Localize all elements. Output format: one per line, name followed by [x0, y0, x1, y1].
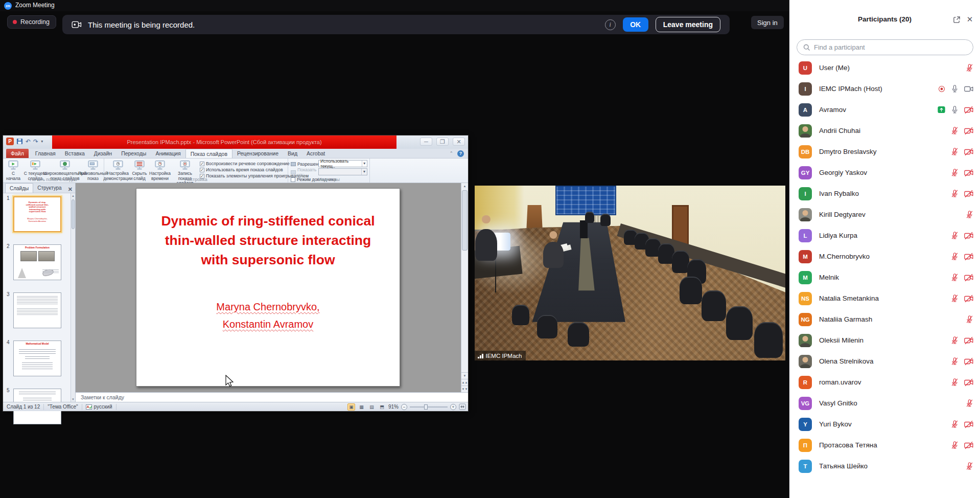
slideshow-view-button[interactable]: ⬒ — [378, 403, 386, 411]
panel-close-icon[interactable]: ✕ — [965, 14, 975, 25]
ppt-tab-5[interactable]: Анимация — [151, 149, 185, 158]
slide-thumbnail-1[interactable]: Dynamic of ring-stiffened conical thin-w… — [13, 196, 61, 232]
ribbon-collapse-icon[interactable]: ⌃ — [449, 151, 453, 156]
participant-row[interactable]: UUser (Me) — [789, 57, 980, 78]
participant-name: Татьяна Шейко — [819, 462, 965, 470]
fit-to-window-icon[interactable] — [459, 403, 466, 410]
participant-row[interactable]: Olena Strelnikova — [789, 351, 980, 372]
ppt-tab-6[interactable]: Показ слайдов — [185, 149, 232, 158]
ppt-ribbon: С началаС текущего слайдаШироковещательн… — [3, 159, 468, 183]
reading-view-button[interactable]: ▤ — [368, 403, 376, 411]
search-input[interactable] — [814, 43, 967, 51]
participant-row[interactable]: ТТатьяна Шейко — [789, 456, 980, 477]
ppt-tab-2[interactable]: Вставка — [60, 149, 89, 158]
ribbon-button-произвольный-показ[interactable]: Произвольный показ — [82, 160, 104, 176]
ppt-tab-4[interactable]: Переходы — [116, 149, 151, 158]
participant-row[interactable]: MMelnik — [789, 267, 980, 288]
slide-scrollbar[interactable]: ▲ ▼ ▲▲ ▼▼ — [461, 183, 468, 392]
slide-thumbnail-2[interactable]: Problem Formulation — [13, 244, 61, 280]
ppt-tab-8[interactable]: Вид — [283, 149, 302, 158]
pane-close-icon[interactable]: ✕ — [68, 186, 73, 193]
slide-title: Dynamic of ring-stiffened conical thin-w… — [136, 211, 400, 269]
next-slide-button[interactable]: ▼▼ — [461, 386, 468, 392]
participant-row[interactable]: NSNatalia Smetankina — [789, 288, 980, 309]
participant-row[interactable]: Kirill Degtyarev — [789, 204, 980, 225]
avatar: L — [799, 229, 812, 242]
search-participant-box[interactable] — [797, 39, 973, 55]
ppt-minimize-button[interactable]: ─ — [420, 138, 432, 146]
previous-slide-button[interactable]: ▲▲ — [461, 379, 468, 386]
notes-placeholder: Заметки к слайду — [76, 394, 124, 400]
participant-row[interactable]: Andrii Chuhai — [789, 120, 980, 141]
scroll-down-icon[interactable]: ▼ — [71, 397, 75, 402]
room-chair — [568, 322, 589, 347]
mic-muted-icon — [950, 336, 959, 345]
ribbon-button-icon — [179, 160, 191, 171]
ppt-notes-pane[interactable]: Заметки к слайду — [76, 392, 468, 402]
participant-row[interactable]: IIEMC IPMach (Host) — [789, 78, 980, 99]
popout-icon[interactable] — [951, 14, 962, 25]
undo-icon[interactable]: ↶ — [26, 139, 31, 145]
zoom-out-button[interactable]: − — [401, 404, 407, 410]
ppt-tab-7[interactable]: Рецензирование — [232, 149, 283, 158]
ribbon-button-скрыть-слайд[interactable]: Скрыть слайд — [131, 160, 148, 176]
leave-meeting-button[interactable]: Leave meeting — [656, 17, 720, 32]
participant-row[interactable]: Rroman.uvarov — [789, 372, 980, 393]
scroll-up-icon[interactable]: ▲ — [461, 183, 468, 190]
save-icon[interactable] — [16, 138, 23, 145]
show-on-dropdown[interactable]: ▼ — [318, 168, 367, 175]
room-chair — [585, 212, 594, 223]
ppt-titlebar: P ↶ ↷ ▾ Presentation IPMach.pptx - Micro… — [3, 135, 468, 149]
scroll-up-icon[interactable]: ▲ — [71, 193, 75, 198]
participant-row[interactable]: IIvan Rybalko — [789, 183, 980, 204]
participant-row[interactable]: ППротасова Тетяна — [789, 435, 980, 456]
slide-thumbnail-3[interactable] — [13, 292, 61, 328]
ppt-tab-file[interactable]: Файл — [6, 149, 29, 158]
participant-row[interactable]: MM.Chernobryvko — [789, 246, 980, 267]
recording-indicator[interactable]: Recording — [7, 15, 56, 29]
checkbox-checked-icon[interactable]: ✓ — [200, 168, 204, 172]
qat-dropdown-icon[interactable]: ▾ — [41, 140, 43, 144]
participant-row[interactable]: LLidiya Kurpa — [789, 225, 980, 246]
participant-row[interactable]: YYuri Bykov — [789, 414, 980, 435]
participant-row[interactable]: NGNataliia Garmash — [789, 309, 980, 330]
resolution-dropdown[interactable]: Использовать текущ..▼ — [318, 160, 367, 167]
ppt-tab-9[interactable]: Acrobat — [302, 149, 330, 158]
ribbon-button-настройка-демонстрации[interactable]: Настройка демонстрации — [105, 160, 131, 176]
ribbon-button-настройка-времени[interactable]: Настройка времени — [148, 160, 172, 176]
sign-in-button[interactable]: Sign in — [751, 16, 784, 29]
zoom-in-button[interactable]: + — [450, 404, 456, 410]
participant-row[interactable]: AAvramov — [789, 99, 980, 120]
ribbon-button-запись-показа-слайдов[interactable]: Запись показа слайдов — [172, 160, 198, 176]
ribbon-button-широковещательный-показ-слайдов[interactable]: Широковещательный показ слайдов — [48, 160, 82, 176]
ribbon-group2-buttons: Настройка демонстрацииСкрыть слайдНастро… — [105, 160, 309, 176]
zoom-meeting-window: zm Zoom Meeting Recording This meeting i… — [0, 0, 980, 498]
ppt-close-button[interactable]: ✕ — [453, 138, 465, 146]
participant-row[interactable]: Oleksii Milenin — [789, 330, 980, 351]
normal-view-button[interactable]: ▣ — [347, 403, 355, 411]
participant-row[interactable]: DBDmytro Breslavsky — [789, 141, 980, 162]
participant-row[interactable]: GYGeorgiy Yaskov — [789, 162, 980, 183]
scroll-down-icon[interactable]: ▼ — [461, 372, 468, 379]
participant-row[interactable]: VGVasyl Gnitko — [789, 393, 980, 414]
video-tile-iemc[interactable]: IEMC IPMach — [475, 186, 785, 360]
help-icon[interactable]: ? — [457, 150, 464, 157]
ppt-tab-3[interactable]: Дизайн — [89, 149, 116, 158]
pane-tab-slides[interactable]: Слайды — [5, 183, 33, 193]
info-icon[interactable]: i — [605, 19, 616, 30]
zoom-slider[interactable] — [410, 406, 448, 408]
avatar: A — [799, 103, 812, 117]
slide-sorter-view-button[interactable]: ▦ — [358, 403, 365, 411]
redo-icon[interactable]: ↷ — [33, 139, 38, 145]
ok-button[interactable]: OK — [623, 17, 648, 32]
ribbon-button-с-начала[interactable]: С начала — [4, 160, 22, 176]
checkbox-checked-icon[interactable]: ✓ — [200, 162, 204, 166]
slide-canvas[interactable]: Dynamic of ring-stiffened conical thin-w… — [136, 188, 400, 387]
mic-muted-icon — [950, 294, 959, 303]
ppt-tab-1[interactable]: Главная — [31, 149, 60, 158]
slide-thumbnail-4[interactable]: Mathematical Model — [13, 341, 61, 376]
pane-scrollbar[interactable]: ▲ ▼ — [71, 193, 75, 402]
resolution-icon — [291, 162, 296, 166]
pane-tab-outline[interactable]: Структура — [33, 183, 65, 193]
ppt-restore-button[interactable]: ❐ — [436, 138, 449, 146]
